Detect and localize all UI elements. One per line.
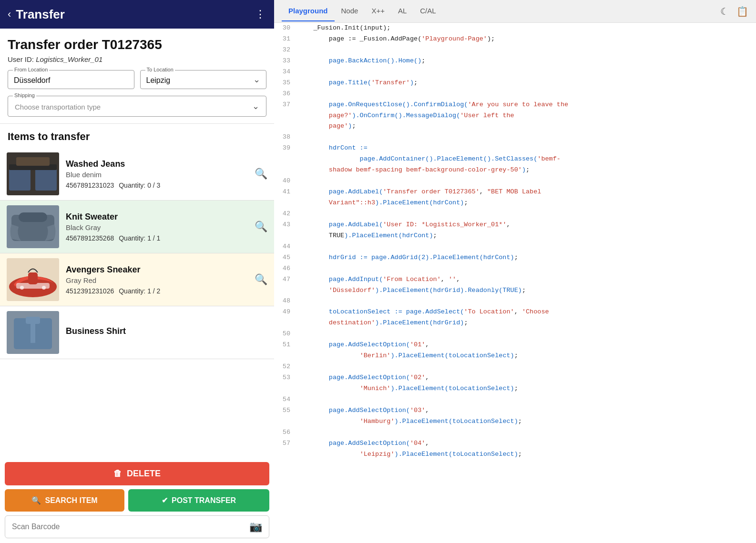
- tab-al[interactable]: AL: [391, 1, 413, 21]
- dark-mode-icon[interactable]: ☾: [720, 6, 729, 17]
- item-quantity: Quantity: 1 / 1: [119, 234, 160, 242]
- line-content: [298, 362, 756, 372]
- item-image: [7, 152, 59, 195]
- code-line: 37 page.OnRequestClose().ConfirmDialog('…: [274, 100, 756, 132]
- delete-button[interactable]: 🗑 DELETE: [5, 462, 269, 485]
- line-number: 50: [274, 329, 298, 340]
- shipping-field[interactable]: Shipping Choose transportation type ⌄: [8, 96, 266, 117]
- item-color: Blue denim: [66, 171, 267, 179]
- to-location-field[interactable]: To Location Leipzig ⌄: [140, 70, 267, 89]
- code-line: 57 page.AddSelectOption('04', 'Leipzig')…: [274, 438, 756, 460]
- tab-playground[interactable]: Playground: [282, 1, 335, 21]
- item-color: Black Gray: [66, 223, 267, 231]
- tab-node[interactable]: Node: [335, 1, 365, 21]
- code-line: 44: [274, 241, 756, 252]
- scan-bar: 📷: [5, 515, 269, 538]
- item-info: Washed Jeans Blue denim 4567891231023 Qu…: [59, 159, 267, 189]
- code-line: 55 page.AddSelectOption('03', 'Hamburg')…: [274, 405, 756, 427]
- line-content: hdrGrid := page.AddGrid(2).PlaceElement(…: [298, 252, 756, 263]
- item-barcode: 4512391231026: [66, 287, 114, 295]
- bottom-buttons: 🗑 DELETE 🔍 SEARCH ITEM ✔ POST TRANSFER: [0, 457, 274, 515]
- line-content: page.AddSelectOption('04', 'Leipzig').Pl…: [298, 438, 756, 460]
- search-item-label: SEARCH ITEM: [45, 496, 97, 505]
- right-panel: Playground Node X++ AL C/AL ☾ 📋 30 _Fusi…: [274, 0, 756, 543]
- line-number: 48: [274, 296, 298, 307]
- line-number: 57: [274, 438, 298, 449]
- more-options-icon[interactable]: ⋮: [255, 8, 266, 20]
- code-line: 42: [274, 209, 756, 220]
- svg-rect-2: [35, 167, 57, 191]
- item-bottom-row: 4567891231023 Quantity: 0 / 3: [66, 181, 267, 189]
- item-search-icon[interactable]: 🔍: [255, 221, 267, 233]
- line-number: 39: [274, 143, 298, 154]
- delete-icon: 🗑: [113, 469, 122, 479]
- line-content: [298, 329, 756, 340]
- svg-rect-4: [16, 157, 50, 166]
- line-number: 53: [274, 372, 298, 383]
- back-arrow-icon[interactable]: ‹: [8, 8, 11, 20]
- scan-input[interactable]: [12, 523, 249, 531]
- line-number: 37: [274, 100, 298, 111]
- item-search-icon[interactable]: 🔍: [255, 273, 267, 286]
- line-number: 45: [274, 252, 298, 263]
- code-line: 32: [274, 45, 756, 56]
- item-name: Knit Sweater: [66, 212, 267, 222]
- item-info: Business Shirt: [59, 326, 267, 339]
- tab-cal[interactable]: C/AL: [413, 1, 442, 21]
- line-content: [298, 427, 756, 438]
- code-line: 40: [274, 176, 756, 187]
- line-content: page := _Fusion.AddPage('Playground-Page…: [298, 34, 756, 45]
- item-card: Avengers Sneaker Gray Red 4512391231026 …: [0, 253, 274, 306]
- line-number: 42: [274, 209, 298, 220]
- code-line: 30 _Fusion.Init(input);: [274, 23, 756, 34]
- from-location-label: From Location: [13, 67, 49, 72]
- shipping-dropdown-icon[interactable]: ⌄: [252, 101, 259, 111]
- item-name: Business Shirt: [66, 326, 267, 336]
- transfer-order-title: Transfer order T0127365: [8, 37, 266, 52]
- user-id-label: User ID: Logistics_Worker_01: [8, 55, 266, 63]
- line-number: 31: [274, 34, 298, 45]
- svg-rect-17: [31, 322, 35, 343]
- line-content: [298, 67, 756, 78]
- line-content: [298, 296, 756, 307]
- line-content: [298, 209, 756, 220]
- shipping-label: Shipping: [13, 92, 36, 98]
- line-content: [298, 241, 756, 252]
- line-content: page.AddSelectOption('02', 'Munich').Pla…: [298, 372, 756, 394]
- action-row: 🔍 SEARCH ITEM ✔ POST TRANSFER: [5, 489, 269, 512]
- from-location-value: Düsseldorf: [14, 76, 128, 85]
- line-content: page.AddSelectOption('03', 'Hamburg').Pl…: [298, 405, 756, 427]
- line-content: [298, 89, 756, 100]
- svg-rect-11: [28, 272, 38, 284]
- line-content: toLocationSelect := page.AddSelect('To L…: [298, 307, 756, 329]
- search-item-button[interactable]: 🔍 SEARCH ITEM: [5, 489, 124, 512]
- line-number: 38: [274, 132, 298, 143]
- line-content: hdrCont := page.AddContainer().PlaceElem…: [298, 143, 756, 176]
- code-line: 50: [274, 329, 756, 340]
- item-quantity: Quantity: 0 / 3: [119, 181, 160, 189]
- item-barcode: 4567891235268: [66, 234, 114, 242]
- line-number: 47: [274, 274, 298, 285]
- item-quantity: Quantity: 1 / 2: [119, 287, 160, 295]
- line-number: 54: [274, 394, 298, 405]
- post-transfer-button[interactable]: ✔ POST TRANSFER: [128, 489, 269, 512]
- line-content: [298, 132, 756, 143]
- copy-icon[interactable]: 📋: [736, 6, 748, 17]
- left-panel: ‹ Transfer ⋮ Transfer order T0127365 Use…: [0, 0, 274, 543]
- to-location-dropdown-icon[interactable]: ⌄: [253, 74, 260, 85]
- line-number: 30: [274, 23, 298, 34]
- item-name: Avengers Sneaker: [66, 265, 267, 275]
- line-content: page.Title('Transfer');: [298, 78, 756, 89]
- item-name: Washed Jeans: [66, 159, 267, 169]
- tab-xpp[interactable]: X++: [365, 1, 391, 21]
- item-bottom-row: 4567891235268 Quantity: 1 / 1: [66, 234, 267, 242]
- code-line: 51 page.AddSelectOption('01', 'Berlin').…: [274, 340, 756, 362]
- line-number: 34: [274, 67, 298, 78]
- item-search-icon[interactable]: 🔍: [255, 168, 267, 180]
- code-line: 36: [274, 89, 756, 100]
- camera-icon[interactable]: 📷: [249, 521, 262, 533]
- line-content: [298, 176, 756, 187]
- code-line: 47 page.AddInput('From Location', '', 'D…: [274, 274, 756, 296]
- line-content: [298, 263, 756, 274]
- items-section: Items to transfer Washed Jeans Blue deni…: [0, 124, 274, 457]
